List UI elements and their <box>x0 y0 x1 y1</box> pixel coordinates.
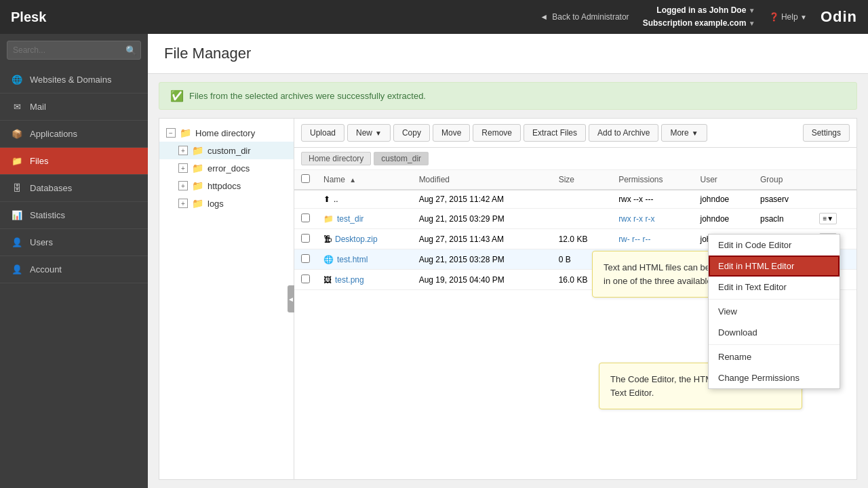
copy-button[interactable]: Copy <box>393 124 430 142</box>
sidebar-item-websites[interactable]: 🌐 Websites & Domains <box>0 66 148 94</box>
context-menu-item-view[interactable]: View <box>709 301 840 322</box>
search-button[interactable]: 🔍 <box>125 45 137 56</box>
file-manager-area: − 📁 Home directory + 📁 custom_dir + 📁 er… <box>148 110 868 488</box>
sidebar-item-applications-label: Applications <box>30 129 77 139</box>
parent-group: psaserv <box>753 190 812 209</box>
sidebar-item-users[interactable]: 👤 Users <box>0 229 148 256</box>
testpng-modified: Aug 19, 2015 04:40 PM <box>412 270 552 290</box>
expand-logs[interactable]: + <box>178 199 188 208</box>
testpng-link[interactable]: test.png <box>335 275 364 285</box>
row-checkbox[interactable] <box>301 214 310 222</box>
col-size: Size <box>552 170 612 190</box>
user-dropdown-icon[interactable]: ▼ <box>749 7 755 14</box>
back-to-admin-button[interactable]: ◄ Back to Administrator <box>540 12 629 22</box>
tree-item-logs[interactable]: + 📁 logs <box>159 195 294 212</box>
testdir-modified: Aug 21, 2015 03:29 PM <box>412 209 552 229</box>
file-panel: ◄ Upload New ▼ Copy Move Remove Extract … <box>294 118 857 480</box>
account-icon: 👤 <box>11 264 23 274</box>
breadcrumb-home[interactable]: Home directory <box>301 152 371 165</box>
users-icon: 👤 <box>11 237 23 247</box>
tree-item-home[interactable]: − 📁 Home directory <box>159 124 294 142</box>
testhtml-modified: Aug 21, 2015 03:28 PM <box>412 249 552 270</box>
row-checkbox[interactable] <box>301 254 310 263</box>
sidebar-item-applications[interactable]: 📦 Applications <box>0 121 148 148</box>
upload-button[interactable]: Upload <box>301 124 344 142</box>
desktopzip-link[interactable]: Desktop.zip <box>335 235 378 244</box>
help-button[interactable]: ❓ Help ▼ <box>769 12 807 22</box>
testpng-icon: 🖼 <box>323 275 332 285</box>
logged-in-label: Logged in as <box>656 5 707 15</box>
col-modified: Modified <box>412 170 552 190</box>
parent-modified: Aug 27, 2015 11:42 AM <box>412 190 552 209</box>
tree-item-custom-dir[interactable]: + 📁 custom_dir <box>159 142 294 159</box>
move-button[interactable]: Move <box>433 124 470 142</box>
search-input[interactable] <box>7 41 141 60</box>
testhtml-link[interactable]: test.html <box>337 255 368 264</box>
parent-permissions: rwx --x --- <box>612 190 693 209</box>
new-dropdown-icon: ▼ <box>375 129 382 137</box>
tree-item-error-docs[interactable]: + 📁 error_docs <box>159 159 294 177</box>
expand-httpdocs[interactable]: + <box>178 181 188 190</box>
username-link[interactable]: John Doe <box>709 5 747 15</box>
context-menu-item-html-editor[interactable]: Edit in HTML Editor <box>709 256 840 277</box>
tree-label-logs: logs <box>208 199 224 209</box>
success-banner: ✅ Files from the selected archives were … <box>159 82 857 110</box>
extract-button[interactable]: Extract Files <box>524 124 586 142</box>
testdir-user: johndoe <box>694 209 753 229</box>
context-menu-item-download[interactable]: Download <box>709 322 840 343</box>
breadcrumb-custom-dir[interactable]: custom_dir <box>374 152 429 165</box>
testdir-action-btn[interactable]: ≡▼ <box>819 213 837 224</box>
testdir-permissions[interactable]: rwx r-x r-x <box>618 214 654 224</box>
sidebar-item-databases[interactable]: 🗄 Databases <box>0 175 148 202</box>
expand-custom-dir[interactable]: + <box>178 146 188 155</box>
subscription-dropdown-icon[interactable]: ▼ <box>749 20 755 27</box>
archive-button[interactable]: Add to Archive <box>589 124 658 142</box>
folder-icon-custom-dir: 📁 <box>192 145 203 156</box>
sidebar-item-statistics[interactable]: 📊 Statistics <box>0 202 148 229</box>
sidebar-item-websites-label: Websites & Domains <box>30 75 111 85</box>
testdir-link[interactable]: test_dir <box>337 214 363 224</box>
new-button[interactable]: New ▼ <box>347 124 391 142</box>
parent-size <box>552 190 612 209</box>
testdir-group: psacln <box>753 209 812 229</box>
expand-home[interactable]: − <box>166 128 176 138</box>
sidebar-item-account[interactable]: 👤 Account <box>0 256 148 283</box>
folder-icon-logs: 📁 <box>192 198 203 209</box>
subscription-link[interactable]: example.com <box>694 18 746 28</box>
user-info: Logged in as John Doe ▼ Subscription exa… <box>643 4 755 30</box>
help-dropdown-icon: ▼ <box>800 14 807 21</box>
collapse-handle[interactable]: ◄ <box>288 285 294 312</box>
statistics-icon: 📊 <box>11 210 23 220</box>
settings-button[interactable]: Settings <box>803 124 850 142</box>
expand-error-docs[interactable]: + <box>178 163 188 173</box>
desktopzip-permissions[interactable]: rw- r-- r-- <box>618 235 650 244</box>
context-menu-item-rename[interactable]: Rename <box>709 346 840 367</box>
success-message: Files from the selected archives were su… <box>189 91 426 101</box>
col-user: User <box>694 170 753 190</box>
folder-icon-home: 📁 <box>180 127 191 138</box>
row-checkbox[interactable] <box>301 234 310 243</box>
tree-label-error-docs: error_docs <box>208 163 250 174</box>
remove-button[interactable]: Remove <box>473 124 521 142</box>
content-area: File Manager ✅ Files from the selected a… <box>148 34 868 488</box>
parent-link[interactable]: .. <box>334 195 338 204</box>
col-name: Name ▲ <box>317 170 412 190</box>
folder-icon-error-docs: 📁 <box>192 163 203 174</box>
context-menu-divider <box>709 299 840 300</box>
parent-icon: ⬆ <box>323 195 330 204</box>
sidebar-item-files[interactable]: 📁 Files <box>0 148 148 175</box>
table-row: ⬆.. Aug 27, 2015 11:42 AM rwx --x --- jo… <box>294 190 856 209</box>
sidebar-item-mail[interactable]: ✉ Mail <box>0 94 148 121</box>
tree-item-httpdocs[interactable]: + 📁 httpdocs <box>159 177 294 195</box>
context-menu-item-text-editor[interactable]: Edit in Text Editor <box>709 277 840 298</box>
tree-label-custom-dir: custom_dir <box>208 146 251 156</box>
files-icon: 📁 <box>11 156 23 166</box>
sidebar-item-databases-label: Databases <box>30 183 72 193</box>
select-all-checkbox[interactable] <box>301 174 310 183</box>
more-dropdown-icon: ▼ <box>692 129 698 137</box>
more-button[interactable]: More ▼ <box>661 124 707 142</box>
row-checkbox[interactable] <box>301 274 310 283</box>
context-menu-item-code-editor[interactable]: Edit in Code Editor <box>709 235 840 256</box>
context-menu-item-change-permissions[interactable]: Change Permissions <box>709 367 840 388</box>
tree-label-home: Home directory <box>195 128 255 138</box>
